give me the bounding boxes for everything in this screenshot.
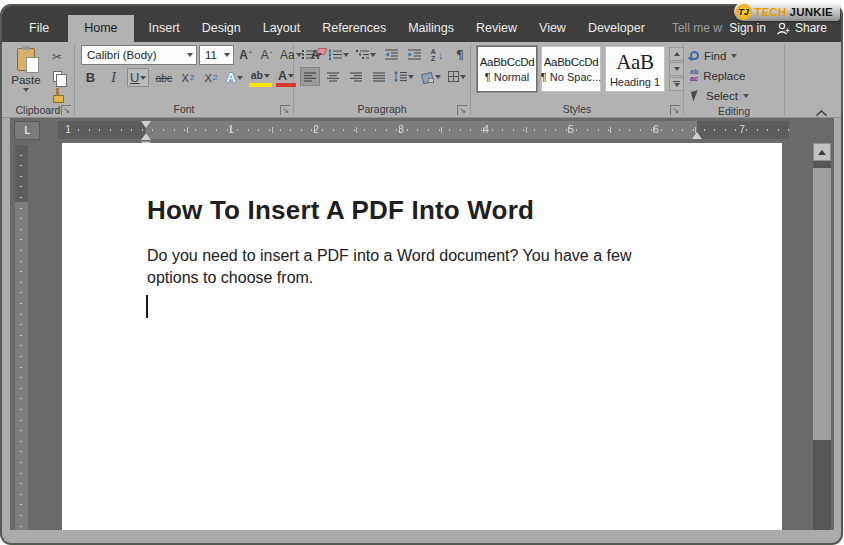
format-painter-button[interactable] (48, 87, 66, 103)
ruler-number: 5 (568, 124, 574, 135)
shading-button[interactable] (419, 67, 443, 86)
align-center-button[interactable] (323, 67, 343, 86)
font-group: Calibri (Body) 11 Aˆ Aˇ Aa A B (75, 42, 293, 117)
shading-dropdown-arrow[interactable] (435, 75, 441, 79)
font-size-dropdown-arrow[interactable] (224, 53, 230, 57)
tab-layout[interactable]: Layout (252, 15, 312, 42)
font-family-combo[interactable]: Calibri (Body) (81, 45, 197, 65)
increase-indent-button[interactable] (404, 45, 424, 64)
vertical-ruler[interactable] (15, 145, 28, 530)
bold-button[interactable]: B (81, 68, 100, 87)
copy-button[interactable] (48, 68, 66, 84)
replace-button[interactable]: abac Replace (690, 67, 749, 84)
multilevel-list-button[interactable] (354, 45, 378, 64)
document-heading[interactable]: How To Insert A PDF Into Word (147, 195, 534, 226)
line-spacing-dropdown-arrow[interactable] (408, 75, 414, 79)
techjunkie-logo-junkie: JUNKIE (790, 6, 833, 18)
borders-dropdown-arrow[interactable] (460, 75, 466, 79)
tab-insert[interactable]: Insert (138, 15, 191, 42)
font-dialog-launcher[interactable]: ↘ (280, 105, 290, 115)
cut-button[interactable]: ✂ (48, 49, 66, 65)
replace-label: Replace (703, 70, 745, 82)
align-left-icon (304, 72, 316, 82)
numbering-dropdown-arrow[interactable] (343, 53, 349, 57)
justify-button[interactable] (369, 67, 389, 86)
underline-dropdown-arrow[interactable] (140, 76, 146, 80)
style-preview: AaBbCcDd (544, 56, 599, 68)
tab-stop-selector[interactable]: L (14, 121, 40, 140)
vertical-scrollbar[interactable] (813, 143, 831, 530)
style-name: Heading 1 (610, 76, 660, 88)
paste-button[interactable]: Paste (8, 45, 44, 103)
line-spacing-button[interactable] (392, 67, 416, 86)
italic-button[interactable]: I (104, 68, 123, 87)
decrease-indent-button[interactable] (381, 45, 401, 64)
paragraph-dialog-launcher[interactable]: ↘ (457, 105, 467, 115)
tab-review[interactable]: Review (465, 15, 528, 42)
font-family-dropdown-arrow[interactable] (187, 53, 193, 57)
collapse-ribbon-button[interactable] (815, 104, 829, 115)
clipboard-dialog-launcher[interactable]: ↘ (61, 105, 71, 115)
tab-developer[interactable]: Developer (577, 15, 656, 42)
ruler-number: 6 (653, 124, 659, 135)
borders-button[interactable] (446, 67, 468, 86)
word-window: File Home Insert Design Layout Reference… (2, 6, 841, 543)
right-indent-marker[interactable] (692, 132, 702, 139)
clipboard-group-label: Clipboard (8, 103, 68, 117)
tab-home[interactable]: Home (68, 15, 133, 42)
tab-references[interactable]: References (311, 15, 397, 42)
superscript-button[interactable]: X2 (201, 68, 220, 87)
font-size-combo[interactable]: 11 (199, 45, 234, 65)
numbering-button[interactable] (327, 45, 351, 64)
scrollbar-thumb[interactable] (813, 168, 831, 440)
tab-file[interactable]: File (12, 15, 64, 42)
paragraph-line: Do you need to insert a PDF into a Word … (147, 245, 631, 267)
font-group-label: Font (81, 102, 287, 117)
tell-me-box[interactable]: Tell me what you want to d (656, 15, 723, 42)
styles-dialog-launcher[interactable]: ↘ (670, 105, 680, 115)
styles-row-up-button[interactable] (669, 47, 684, 61)
style-card-normal[interactable]: AaBbCcDd ¶ Normal (477, 46, 537, 92)
find-button[interactable]: Find (690, 47, 749, 64)
scroll-up-arrow-icon (818, 150, 826, 155)
select-button[interactable]: Select (690, 87, 749, 104)
style-preview: AaBbCcDd (480, 56, 535, 68)
hanging-indent-marker[interactable] (141, 133, 151, 140)
font-color-button[interactable]: A (276, 68, 296, 87)
paste-dropdown-arrow[interactable] (23, 88, 29, 92)
multilevel-dropdown-arrow[interactable] (370, 53, 376, 57)
style-card-heading1[interactable]: AaB Heading 1 (605, 46, 665, 92)
ruler-number: 2 (313, 124, 319, 135)
shrink-font-button[interactable]: Aˇ (257, 46, 276, 65)
document-paragraph[interactable]: Do you need to insert a PDF into a Word … (147, 245, 631, 289)
tab-mailings[interactable]: Mailings (397, 15, 465, 42)
style-card-no-spacing[interactable]: AaBbCcDd ¶ No Spac... (541, 46, 601, 92)
align-right-button[interactable] (346, 67, 366, 86)
highlight-dropdown-arrow[interactable] (264, 74, 270, 78)
styles-gallery-more-button[interactable] (669, 77, 684, 91)
scrollbar-up-button[interactable] (813, 143, 831, 161)
style-name: ¶ Normal (485, 71, 529, 83)
find-dropdown-arrow[interactable] (731, 54, 737, 58)
sort-button[interactable]: AZ ↓ (427, 45, 447, 64)
ruler-number: 3 (398, 124, 404, 135)
document-page[interactable]: How To Insert A PDF Into Word Do you nee… (62, 143, 782, 530)
select-dropdown-arrow[interactable] (743, 94, 749, 98)
strikethrough-button[interactable]: abc (153, 68, 174, 87)
grow-font-button[interactable]: Aˆ (236, 46, 255, 65)
highlight-button[interactable]: ab (249, 68, 272, 87)
select-label: Select (706, 90, 738, 102)
styles-row-down-button[interactable] (669, 62, 684, 76)
show-hide-pilcrow-button[interactable]: ¶ (450, 45, 470, 64)
text-effects-button[interactable]: A (224, 68, 244, 87)
tab-design[interactable]: Design (191, 15, 252, 42)
horizontal-ruler[interactable]: 1 1 2 3 4 5 6 7 (58, 121, 789, 139)
align-left-button[interactable] (300, 67, 320, 86)
tab-view[interactable]: View (528, 15, 577, 42)
first-line-indent-marker[interactable] (141, 121, 151, 128)
subscript-button[interactable]: X2 (178, 68, 197, 87)
shrink-font-icon: A (261, 48, 269, 62)
underline-button[interactable]: U (127, 68, 149, 87)
bullets-dropdown-arrow[interactable] (316, 53, 322, 57)
bullets-button[interactable] (300, 45, 324, 64)
